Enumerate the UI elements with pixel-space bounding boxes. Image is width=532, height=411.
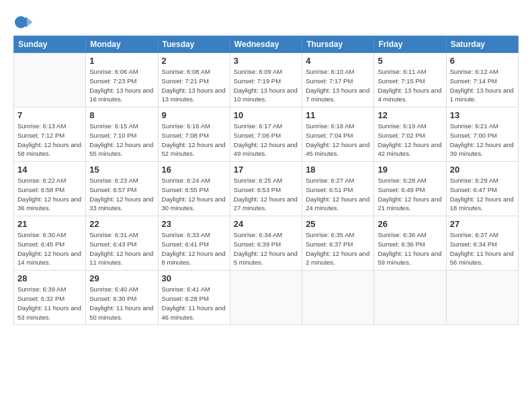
calendar-cell: 17Sunrise: 6:25 AM Sunset: 6:53 PM Dayli… (230, 162, 302, 216)
day-info: Sunrise: 6:15 AM Sunset: 7:10 PM Dayligh… (89, 122, 154, 158)
day-number: 3 (234, 56, 298, 66)
day-number: 1 (89, 56, 154, 66)
day-info: Sunrise: 6:28 AM Sunset: 6:49 PM Dayligh… (378, 176, 442, 213)
day-number: 7 (17, 110, 82, 120)
day-info: Sunrise: 6:21 AM Sunset: 7:00 PM Dayligh… (450, 122, 515, 158)
day-info: Sunrise: 6:25 AM Sunset: 6:53 PM Dayligh… (234, 176, 298, 213)
calendar-cell: 7Sunrise: 6:13 AM Sunset: 7:12 PM Daylig… (14, 107, 86, 162)
day-number: 17 (234, 165, 298, 175)
day-number: 29 (89, 273, 154, 283)
svg-point-0 (15, 16, 27, 28)
week-row-1: 1Sunrise: 6:06 AM Sunset: 7:23 PM Daylig… (14, 53, 519, 107)
day-info: Sunrise: 6:34 AM Sunset: 6:39 PM Dayligh… (234, 230, 298, 267)
day-number: 27 (450, 219, 515, 229)
calendar-cell: 20Sunrise: 6:29 AM Sunset: 6:47 PM Dayli… (446, 162, 518, 216)
day-header-saturday: Saturday (446, 36, 518, 53)
day-info: Sunrise: 6:36 AM Sunset: 6:36 PM Dayligh… (378, 230, 442, 267)
day-number: 26 (378, 219, 442, 229)
calendar-cell: 11Sunrise: 6:18 AM Sunset: 7:04 PM Dayli… (302, 107, 374, 162)
day-number: 14 (17, 165, 82, 175)
day-number: 18 (306, 165, 370, 175)
day-info: Sunrise: 6:31 AM Sunset: 6:43 PM Dayligh… (89, 230, 154, 267)
day-info: Sunrise: 6:12 AM Sunset: 7:14 PM Dayligh… (450, 67, 515, 104)
day-number: 11 (306, 110, 370, 120)
day-info: Sunrise: 6:09 AM Sunset: 7:19 PM Dayligh… (234, 67, 298, 104)
day-info: Sunrise: 6:35 AM Sunset: 6:37 PM Dayligh… (306, 230, 370, 267)
day-header-friday: Friday (374, 36, 446, 53)
calendar-cell: 14Sunrise: 6:22 AM Sunset: 6:58 PM Dayli… (14, 162, 86, 216)
day-info: Sunrise: 6:11 AM Sunset: 7:15 PM Dayligh… (378, 67, 442, 104)
day-info: Sunrise: 6:16 AM Sunset: 7:08 PM Dayligh… (162, 122, 226, 158)
calendar-cell: 1Sunrise: 6:06 AM Sunset: 7:23 PM Daylig… (86, 53, 158, 107)
day-info: Sunrise: 6:19 AM Sunset: 7:02 PM Dayligh… (378, 122, 442, 158)
day-info: Sunrise: 6:37 AM Sunset: 6:34 PM Dayligh… (450, 230, 515, 267)
svg-marker-2 (27, 18, 32, 26)
day-info: Sunrise: 6:27 AM Sunset: 6:51 PM Dayligh… (306, 176, 370, 213)
day-header-tuesday: Tuesday (158, 36, 230, 53)
day-info: Sunrise: 6:23 AM Sunset: 6:57 PM Dayligh… (89, 176, 154, 213)
logo (13, 13, 35, 32)
calendar-cell: 27Sunrise: 6:37 AM Sunset: 6:34 PM Dayli… (446, 216, 518, 271)
day-number: 10 (234, 110, 298, 120)
calendar-cell: 16Sunrise: 6:24 AM Sunset: 6:55 PM Dayli… (158, 162, 230, 216)
calendar-cell (302, 271, 374, 325)
day-number: 15 (89, 165, 154, 175)
day-number: 12 (378, 110, 442, 120)
calendar-cell: 9Sunrise: 6:16 AM Sunset: 7:08 PM Daylig… (158, 107, 230, 162)
logo-icon (13, 13, 32, 32)
day-number: 19 (378, 165, 442, 175)
day-number: 6 (450, 56, 515, 66)
day-number: 20 (450, 165, 515, 175)
calendar-cell: 5Sunrise: 6:11 AM Sunset: 7:15 PM Daylig… (374, 53, 446, 107)
calendar-cell: 2Sunrise: 6:08 AM Sunset: 7:21 PM Daylig… (158, 53, 230, 107)
week-row-5: 28Sunrise: 6:39 AM Sunset: 6:32 PM Dayli… (14, 271, 519, 325)
calendar-cell: 21Sunrise: 6:30 AM Sunset: 6:45 PM Dayli… (14, 216, 86, 271)
calendar-cell: 24Sunrise: 6:34 AM Sunset: 6:39 PM Dayli… (230, 216, 302, 271)
day-header-sunday: Sunday (14, 36, 86, 53)
week-row-4: 21Sunrise: 6:30 AM Sunset: 6:45 PM Dayli… (14, 216, 519, 271)
header-row: SundayMondayTuesdayWednesdayThursdayFrid… (14, 36, 519, 53)
calendar-cell: 26Sunrise: 6:36 AM Sunset: 6:36 PM Dayli… (374, 216, 446, 271)
day-info: Sunrise: 6:39 AM Sunset: 6:32 PM Dayligh… (17, 285, 82, 322)
calendar-cell: 19Sunrise: 6:28 AM Sunset: 6:49 PM Dayli… (374, 162, 446, 216)
day-number: 4 (306, 56, 370, 66)
day-number: 8 (89, 110, 154, 120)
day-number: 5 (378, 56, 442, 66)
day-info: Sunrise: 6:22 AM Sunset: 6:58 PM Dayligh… (17, 176, 82, 213)
day-info: Sunrise: 6:41 AM Sunset: 6:28 PM Dayligh… (162, 285, 226, 322)
day-header-thursday: Thursday (302, 36, 374, 53)
calendar-table: SundayMondayTuesdayWednesdayThursdayFrid… (13, 36, 519, 325)
day-info: Sunrise: 6:33 AM Sunset: 6:41 PM Dayligh… (162, 230, 226, 267)
calendar-cell: 28Sunrise: 6:39 AM Sunset: 6:32 PM Dayli… (14, 271, 86, 325)
calendar-cell: 3Sunrise: 6:09 AM Sunset: 7:19 PM Daylig… (230, 53, 302, 107)
calendar-cell: 23Sunrise: 6:33 AM Sunset: 6:41 PM Dayli… (158, 216, 230, 271)
calendar-cell: 10Sunrise: 6:17 AM Sunset: 7:06 PM Dayli… (230, 107, 302, 162)
calendar-cell: 25Sunrise: 6:35 AM Sunset: 6:37 PM Dayli… (302, 216, 374, 271)
day-number: 13 (450, 110, 515, 120)
day-info: Sunrise: 6:24 AM Sunset: 6:55 PM Dayligh… (162, 176, 226, 213)
day-number: 22 (89, 219, 154, 229)
calendar-cell (14, 53, 86, 107)
page: SundayMondayTuesdayWednesdayThursdayFrid… (0, 0, 532, 411)
day-info: Sunrise: 6:17 AM Sunset: 7:06 PM Dayligh… (234, 122, 298, 158)
day-info: Sunrise: 6:13 AM Sunset: 7:12 PM Dayligh… (17, 122, 82, 158)
calendar-cell: 8Sunrise: 6:15 AM Sunset: 7:10 PM Daylig… (86, 107, 158, 162)
day-number: 21 (17, 219, 82, 229)
day-number: 16 (162, 165, 226, 175)
calendar-cell: 12Sunrise: 6:19 AM Sunset: 7:02 PM Dayli… (374, 107, 446, 162)
calendar-cell: 18Sunrise: 6:27 AM Sunset: 6:51 PM Dayli… (302, 162, 374, 216)
calendar-cell: 22Sunrise: 6:31 AM Sunset: 6:43 PM Dayli… (86, 216, 158, 271)
week-row-3: 14Sunrise: 6:22 AM Sunset: 6:58 PM Dayli… (14, 162, 519, 216)
day-info: Sunrise: 6:29 AM Sunset: 6:47 PM Dayligh… (450, 176, 515, 213)
day-number: 30 (162, 273, 226, 283)
calendar-cell: 13Sunrise: 6:21 AM Sunset: 7:00 PM Dayli… (446, 107, 518, 162)
week-row-2: 7Sunrise: 6:13 AM Sunset: 7:12 PM Daylig… (14, 107, 519, 162)
day-number: 25 (306, 219, 370, 229)
calendar-cell: 15Sunrise: 6:23 AM Sunset: 6:57 PM Dayli… (86, 162, 158, 216)
day-info: Sunrise: 6:06 AM Sunset: 7:23 PM Dayligh… (89, 67, 154, 104)
day-number: 28 (17, 273, 82, 283)
day-info: Sunrise: 6:08 AM Sunset: 7:21 PM Dayligh… (162, 67, 226, 104)
day-number: 23 (162, 219, 226, 229)
day-info: Sunrise: 6:18 AM Sunset: 7:04 PM Dayligh… (306, 122, 370, 158)
calendar-cell: 4Sunrise: 6:10 AM Sunset: 7:17 PM Daylig… (302, 53, 374, 107)
